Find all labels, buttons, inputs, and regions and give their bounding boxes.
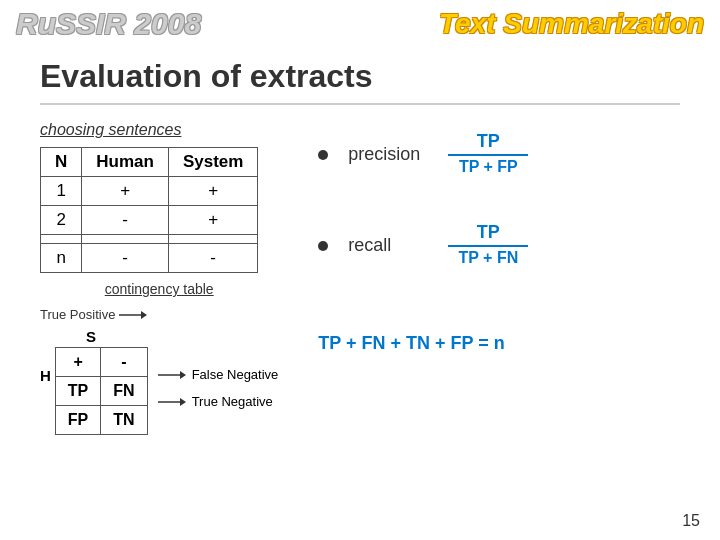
cell: + — [82, 177, 169, 206]
svg-marker-3 — [180, 371, 186, 379]
cell: 2 — [41, 206, 82, 235]
false-negative-label: False Negative — [192, 367, 279, 382]
cell — [82, 235, 169, 244]
top-bar: RuSSIR 2008 Text Summarization — [0, 0, 720, 48]
table-row: 2 - + — [41, 206, 258, 235]
s-label: S — [86, 328, 96, 345]
cont-row-neg: FP TN — [55, 406, 147, 435]
logo-textsumm: Text Summarization — [439, 8, 704, 40]
recall-label: recall — [348, 235, 428, 256]
cell: + — [168, 206, 257, 235]
true-negative-annotation: True Negative — [158, 394, 279, 409]
cont-col-header: - — [101, 348, 147, 377]
page-number: 15 — [682, 512, 700, 530]
tn-cell: TN — [101, 406, 147, 435]
fp-cell: FP — [55, 406, 100, 435]
col-header-n: N — [41, 148, 82, 177]
fn-arrow-icon — [158, 369, 186, 381]
contingency-area: True Positive S H — [40, 307, 278, 435]
fn-cell: FN — [101, 377, 147, 406]
true-positive-arrow — [119, 309, 147, 321]
table-row: 1 + + — [41, 177, 258, 206]
precision-bullet — [318, 150, 328, 160]
cell: 1 — [41, 177, 82, 206]
logo-russir: RuSSIR 2008 — [16, 7, 201, 41]
col-header-human: Human — [82, 148, 169, 177]
tn-arrow-icon — [158, 396, 186, 408]
svg-marker-5 — [180, 398, 186, 406]
cell — [41, 235, 82, 244]
svg-marker-1 — [141, 311, 147, 319]
table-row — [41, 235, 258, 244]
true-positive-label: True Positive — [40, 307, 115, 322]
tp-cell: TP — [55, 377, 100, 406]
true-negative-label: True Negative — [192, 394, 273, 409]
cell: + — [168, 177, 257, 206]
h-label: H — [40, 367, 51, 384]
table-row: n - - — [41, 244, 258, 273]
recall-formula: TP TP + FN — [448, 222, 528, 269]
cont-row-pos: TP FN — [55, 377, 147, 406]
cont-col-header: + — [55, 348, 100, 377]
precision-row: precision TP TP + FP — [318, 131, 680, 178]
contingency-table: + - TP FN FP — [55, 347, 148, 435]
recall-row: recall TP TP + FN — [318, 222, 680, 269]
cell: - — [82, 244, 169, 273]
precision-formula: TP TP + FP — [448, 131, 528, 178]
cell — [168, 235, 257, 244]
precision-label: precision — [348, 144, 428, 165]
slide-title: Evaluation of extracts — [40, 58, 680, 105]
cell: - — [82, 206, 169, 235]
cell: - — [168, 244, 257, 273]
bottom-formula: TP + FN + TN + FP = n — [318, 333, 680, 354]
contingency-label: contingency table — [40, 281, 278, 297]
col-header-system: System — [168, 148, 257, 177]
false-negative-annotation: False Negative — [158, 367, 279, 382]
choosing-label: choosing sentences — [40, 121, 278, 139]
cell: n — [41, 244, 82, 273]
recall-bullet — [318, 241, 328, 251]
sentences-table: N Human System 1 + + 2 - + — [40, 147, 258, 273]
